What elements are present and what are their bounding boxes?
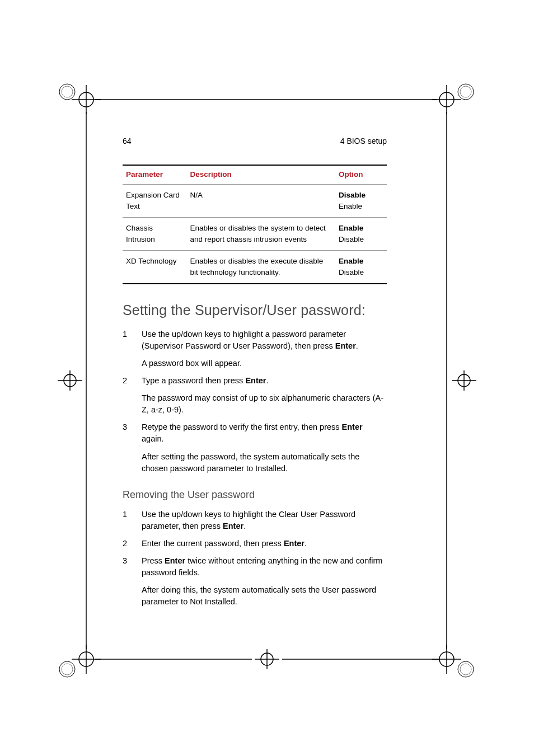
col-option: Option: [335, 165, 387, 185]
regmark-vert-right: [446, 112, 448, 649]
regmark-bottom-right: [429, 638, 479, 683]
regmark-bottom-line-h: [95, 658, 252, 660]
svg-point-1: [62, 86, 73, 97]
table-row: Expansion Card Text N/A DisableEnable: [123, 185, 387, 218]
steps-list: 1 Use the up/down keys to highlight a pa…: [123, 328, 387, 474]
svg-point-9: [458, 84, 474, 100]
svg-point-14: [458, 374, 470, 387]
step-number: 3: [123, 555, 142, 608]
svg-point-30: [458, 661, 474, 677]
regmark-bottom-center: [247, 648, 287, 670]
svg-point-21: [62, 664, 73, 675]
list-item: 3 Press Enter twice without entering any…: [123, 555, 387, 608]
regmark-top-left: [54, 78, 104, 123]
svg-point-6: [439, 92, 454, 107]
list-item: 2 Type a password then press Enter. The …: [123, 375, 387, 416]
step-text: Use the up/down keys to highlight a pass…: [142, 328, 387, 369]
cell-desc: Enables or disables the system to detect…: [186, 218, 335, 251]
list-item: 1 Use the up/down keys to highlight the …: [123, 509, 387, 532]
step-text: Press Enter twice without entering anyth…: [142, 555, 387, 608]
cell-param: XD Technology: [123, 251, 186, 284]
step-number: 1: [123, 328, 142, 369]
table-row: Chassis Intrusion Enables or disables th…: [123, 218, 387, 251]
svg-point-31: [460, 664, 471, 675]
parameter-table: Parameter Description Option Expansion C…: [123, 165, 387, 284]
svg-point-22: [261, 653, 273, 665]
list-item: 2 Enter the current password, then press…: [123, 538, 387, 550]
svg-point-17: [79, 652, 93, 666]
regmark-bottom-line-h2: [282, 658, 439, 660]
svg-point-11: [64, 374, 76, 387]
step-text: Use the up/down keys to highlight the Cl…: [142, 509, 387, 532]
steps-list: 1 Use the up/down keys to highlight the …: [123, 509, 387, 608]
step-text: Enter the current password, then press E…: [142, 538, 387, 550]
chapter-label: 4 BIOS setup: [340, 137, 387, 145]
svg-point-27: [439, 652, 454, 666]
table-header-row: Parameter Description Option: [123, 165, 387, 185]
cell-desc: N/A: [186, 185, 335, 218]
svg-point-10: [460, 86, 471, 97]
step-text: Retype the password to verify the first …: [142, 421, 387, 474]
regmark-mid-left: [50, 369, 90, 392]
step-number: 1: [123, 509, 142, 532]
svg-point-20: [59, 661, 75, 677]
cell-opt: DisableEnable: [335, 185, 387, 218]
table-row: XD Technology Enables or disables the ex…: [123, 251, 387, 284]
col-parameter: Parameter: [123, 165, 186, 185]
col-description: Description: [186, 165, 335, 185]
page-number: 64: [123, 137, 132, 145]
page-content: 64 4 BIOS setup Parameter Description Op…: [123, 137, 387, 613]
regmark-vert-left: [85, 112, 87, 649]
cell-param: Chassis Intrusion: [123, 218, 186, 251]
cell-param: Expansion Card Text: [123, 185, 186, 218]
page-header: 64 4 BIOS setup: [123, 137, 387, 145]
list-item: 3 Retype the password to verify the firs…: [123, 421, 387, 474]
step-number: 2: [123, 538, 142, 550]
svg-point-2: [79, 92, 93, 107]
step-number: 3: [123, 421, 142, 474]
cell-opt: EnableDisable: [335, 251, 387, 284]
cell-opt: EnableDisable: [335, 218, 387, 251]
subsection-heading: Removing the User password: [123, 489, 387, 501]
regmark-mid-right: [444, 369, 484, 392]
regmark-top-right: [429, 78, 479, 123]
cell-desc: Enables or disables the execute disable …: [186, 251, 335, 284]
step-text: Type a password then press Enter. The pa…: [142, 375, 387, 416]
svg-point-0: [59, 84, 75, 100]
regmark-top-line-h: [95, 98, 437, 101]
section-heading: Setting the Supervisor/User password:: [123, 302, 387, 318]
list-item: 1 Use the up/down keys to highlight a pa…: [123, 328, 387, 369]
regmark-bottom-left: [54, 638, 104, 683]
step-number: 2: [123, 375, 142, 416]
